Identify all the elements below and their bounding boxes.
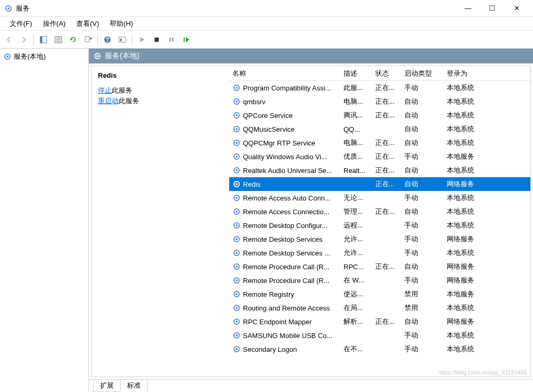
service-row[interactable]: SAMSUNG Mobile USB Co...手动本地系统 xyxy=(229,329,530,342)
cell-status: 正在... xyxy=(372,316,401,327)
service-item-icon xyxy=(232,290,241,298)
service-item-icon xyxy=(232,84,241,92)
menu-action[interactable]: 操作(A) xyxy=(38,18,71,30)
menu-view[interactable]: 查看(V) xyxy=(71,18,104,30)
service-item-icon xyxy=(232,249,241,257)
col-header-logon[interactable]: 登录为 xyxy=(444,67,491,80)
service-row[interactable]: Program Compatibility Assi...此服...正在...手… xyxy=(229,81,530,95)
menu-help[interactable]: 帮助(H) xyxy=(104,18,138,30)
service-row[interactable]: Remote Registry使远...禁用本地服务 xyxy=(229,287,530,301)
back-button[interactable] xyxy=(2,33,16,47)
cell-logon: 网络服务 xyxy=(444,275,491,286)
window-title: 服务 xyxy=(16,4,456,13)
service-item-icon xyxy=(232,262,241,271)
content-area: Redis 停止此服务 重启动此服务 名称 描述 状态 启动类型 登录为 Pro… xyxy=(91,66,531,377)
service-row[interactable]: Secondary Logon在不...手动本地系统 xyxy=(229,342,530,356)
cell-status xyxy=(372,197,401,199)
cell-name: SAMSUNG Mobile USB Co... xyxy=(229,330,340,341)
service-row[interactable]: RPC Endpoint Mapper解析...正在...自动网络服务 xyxy=(229,315,530,329)
restart-link[interactable]: 重启动 xyxy=(98,97,119,105)
stop-link[interactable]: 停止 xyxy=(98,86,112,94)
list-header: 名称 描述 状态 启动类型 登录为 xyxy=(229,66,530,81)
col-header-desc[interactable]: 描述 xyxy=(340,67,372,80)
service-row[interactable]: Realtek Audio Universal Se...Realt...正在.… xyxy=(229,163,530,177)
export-button[interactable] xyxy=(81,33,95,47)
properties-button[interactable] xyxy=(51,33,65,47)
menu-file[interactable]: 文件(F) xyxy=(4,18,38,30)
col-header-name[interactable]: 名称 xyxy=(229,67,340,80)
service-row[interactable]: Remote Desktop Services ...允许...手动本地系统 xyxy=(229,246,530,260)
view-tabs: 扩展 标准 xyxy=(89,379,533,392)
col-header-start[interactable]: 启动类型 xyxy=(401,67,444,80)
cell-desc: 电脑... xyxy=(340,96,372,107)
cell-logon: 本地系统 xyxy=(444,247,491,259)
cell-start: 自动 xyxy=(401,110,444,121)
tab-standard[interactable]: 标准 xyxy=(120,380,148,392)
service-name-label: qmbsrv xyxy=(243,98,266,106)
start-service-button[interactable] xyxy=(135,33,149,47)
svg-point-26 xyxy=(236,114,238,116)
cell-desc xyxy=(340,334,372,336)
service-item-icon xyxy=(232,304,241,312)
help-button[interactable]: ? xyxy=(101,33,114,47)
service-name-label: QQMusicService xyxy=(243,125,295,133)
service-list: 名称 描述 状态 启动类型 登录为 Program Compatibility … xyxy=(229,66,530,377)
window-controls: — ☐ ✕ xyxy=(456,0,529,17)
service-row[interactable]: Redis正在...自动网络服务 xyxy=(229,177,530,191)
service-row[interactable]: Remote Desktop Configur...远程...手动本地系统 xyxy=(229,218,530,232)
col-header-status[interactable]: 状态 xyxy=(372,67,401,80)
cell-desc: 管理... xyxy=(340,206,372,217)
service-row[interactable]: Routing and Remote Access在局...禁用本地系统 xyxy=(229,301,530,315)
service-row[interactable]: Remote Access Connectio...管理...正在...自动本地… xyxy=(229,205,530,218)
cell-logon: 本地系统 xyxy=(444,165,491,176)
main-area: 服务(本地) 服务(本地) Redis 停止此服务 重启动此服务 名称 描述 xyxy=(0,49,533,392)
tab-extended[interactable]: 扩展 xyxy=(93,380,121,392)
cell-desc: 允许... xyxy=(340,247,372,259)
cell-status: 正在... xyxy=(372,165,401,176)
stop-service-button[interactable] xyxy=(150,33,164,47)
refresh-button[interactable] xyxy=(66,33,80,47)
service-row[interactable]: qmbsrv电脑...正在...自动本地系统 xyxy=(229,95,530,108)
service-row[interactable]: QQPCMgr RTP Service电脑...正在...自动本地系统 xyxy=(229,136,530,150)
cell-logon: 本地系统 xyxy=(444,343,491,355)
cell-status: 正在... xyxy=(372,82,401,94)
service-row[interactable]: Quality Windows Audio Vi...优质...正在...手动本… xyxy=(229,150,530,163)
list-body[interactable]: Program Compatibility Assi...此服...正在...手… xyxy=(229,81,530,377)
svg-point-34 xyxy=(236,169,238,171)
restart-service-button[interactable] xyxy=(179,33,193,47)
cell-logon: 本地系统 xyxy=(444,123,491,135)
cell-start: 自动 xyxy=(401,316,444,327)
cell-start: 手动 xyxy=(401,275,444,286)
close-button[interactable]: ✕ xyxy=(504,0,529,17)
service-item-icon xyxy=(232,194,241,202)
cell-desc: QQ... xyxy=(340,124,372,134)
service-name-label: Program Compatibility Assi... xyxy=(243,84,331,92)
cell-start: 自动 xyxy=(401,123,444,135)
cell-start: 手动 xyxy=(401,330,444,341)
forward-button[interactable] xyxy=(17,33,31,47)
cell-name: Remote Procedure Call (R... xyxy=(229,275,340,286)
toolbar-btn[interactable] xyxy=(115,33,129,47)
cell-logon: 本地系统 xyxy=(444,110,491,121)
svg-point-60 xyxy=(236,348,238,350)
service-row[interactable]: Remote Procedure Call (R...在 W...手动网络服务 xyxy=(229,274,530,287)
service-name-label: Remote Procedure Call (R... xyxy=(243,277,329,285)
service-name-label: Quality Windows Audio Vi... xyxy=(243,153,327,161)
minimize-button[interactable]: — xyxy=(456,0,480,17)
service-row[interactable]: Remote Procedure Call (R...RPC...正在...自动… xyxy=(229,260,530,274)
service-item-icon xyxy=(232,152,241,161)
cell-start: 自动 xyxy=(401,206,444,217)
cell-logon: 本地系统 xyxy=(444,206,491,217)
svg-point-56 xyxy=(236,321,238,323)
maximize-button[interactable]: ☐ xyxy=(480,0,504,17)
service-row[interactable]: Remote Access Auto Conn...无论...手动本地系统 xyxy=(229,191,530,205)
show-hide-tree-button[interactable] xyxy=(37,33,50,47)
cell-name: QQMusicService xyxy=(229,124,340,134)
service-row[interactable]: Remote Desktop Services允许...手动网络服务 xyxy=(229,232,530,246)
service-name-label: Remote Desktop Configur... xyxy=(243,222,328,230)
pause-service-button[interactable] xyxy=(165,33,178,47)
service-row[interactable]: QPCore Service腾讯...正在...自动本地系统 xyxy=(229,108,530,122)
service-row[interactable]: QQMusicServiceQQ...自动本地系统 xyxy=(229,122,530,136)
svg-point-58 xyxy=(236,334,238,336)
tree-root-item[interactable]: 服务(本地) xyxy=(1,51,87,62)
